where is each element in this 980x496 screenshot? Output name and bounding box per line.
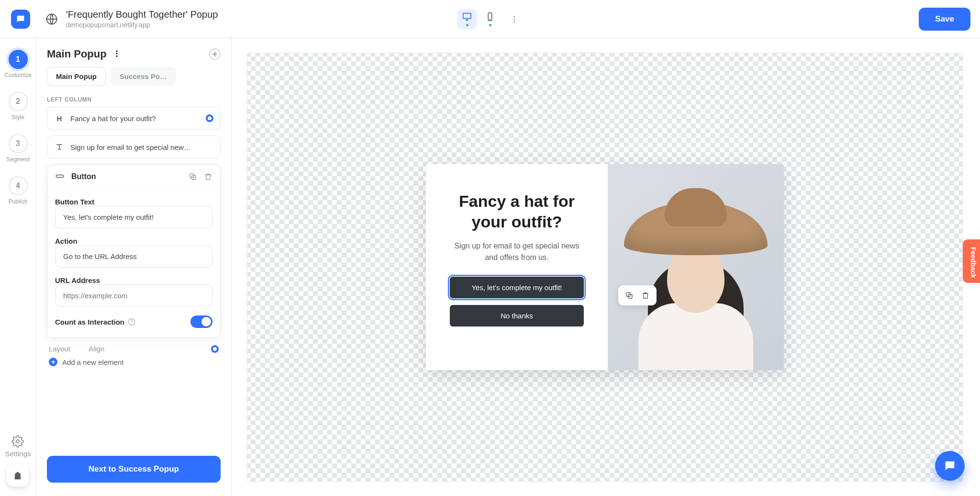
rail-step-publish[interactable]: 4 Publish (9, 176, 28, 205)
add-popup-button[interactable]: + (209, 48, 221, 60)
chat-icon (943, 459, 957, 473)
rail-step-label: Publish (9, 198, 27, 205)
trash-icon[interactable] (204, 172, 212, 181)
rail-step-label: Customize (4, 72, 32, 79)
rail-settings-label: Settings (5, 450, 31, 458)
device-more-button[interactable] (506, 11, 523, 28)
rail-settings[interactable]: Settings (5, 435, 31, 458)
bag-button[interactable] (7, 464, 29, 486)
button-text-input[interactable] (55, 206, 212, 228)
app-logo-wrap (6, 10, 35, 29)
gear-icon (11, 435, 24, 448)
device-mobile-button[interactable] (480, 9, 500, 29)
field-action: Action (55, 237, 212, 268)
plus-icon: + (49, 358, 57, 366)
page-title-block: 'Frequently Bought Together' Popup demop… (45, 9, 218, 29)
selected-indicator-icon (206, 114, 213, 122)
svg-point-5 (514, 18, 515, 20)
popup-cta-primary[interactable]: Yes, let's complete my outfit! (450, 277, 584, 298)
text-icon (54, 142, 65, 152)
count-interaction-toggle[interactable] (190, 316, 212, 328)
popup-image (608, 164, 784, 370)
panel-title: Main Popup (47, 48, 107, 60)
section-tab-layout[interactable]: Layout (49, 345, 70, 353)
help-icon[interactable] (127, 317, 136, 326)
toolbar-copy-button[interactable] (623, 289, 635, 302)
panel-more-button[interactable] (112, 49, 121, 59)
card-title: Button (71, 172, 183, 181)
photo-illustration (629, 188, 763, 370)
action-label: Action (55, 237, 212, 245)
popup-headline: Fancy a hat for your outfit? (450, 191, 584, 232)
save-button[interactable]: Save (919, 8, 970, 31)
canvas-area: × Fancy a hat for your outfit? Sign up f… (232, 38, 980, 496)
shopping-bag-icon (12, 470, 23, 481)
field-url: URL Address (55, 276, 212, 307)
toolbar-delete-button[interactable] (639, 289, 652, 302)
selected-indicator-icon (211, 345, 219, 353)
svg-point-7 (16, 440, 20, 443)
canvas[interactable]: × Fancy a hat for your outfit? Sign up f… (247, 53, 963, 482)
button-element-card: Button Button Text Action (47, 164, 221, 338)
action-select[interactable] (55, 245, 212, 268)
copy-icon (625, 291, 634, 300)
element-row-text: Fancy a hat for your outfit? (70, 114, 200, 123)
edit-panel: Main Popup + Main Popup Success Po… LEFT… (36, 38, 232, 496)
card-actions (189, 172, 212, 181)
chat-bubble-icon (15, 14, 26, 24)
page-subtitle: demopopupsmart.netlify.app (66, 21, 218, 29)
element-row-text-value: Sign up for email to get special new… (70, 143, 213, 151)
feedback-tab[interactable]: Feedback (963, 239, 980, 283)
rail-step-segment[interactable]: 3 Segment (6, 134, 29, 163)
card-header[interactable]: Button (47, 165, 220, 189)
url-input[interactable] (55, 284, 212, 307)
app-logo[interactable] (11, 10, 30, 29)
device-desktop-button[interactable] (457, 9, 477, 29)
button-icon (55, 171, 66, 182)
rail-step-num: 2 (9, 92, 28, 111)
rail-step-style[interactable]: 2 Style (9, 92, 28, 121)
next-step-button[interactable]: Next to Success Popup (47, 456, 221, 483)
heading-icon: H (54, 113, 65, 124)
status-dot-icon (489, 24, 491, 26)
element-row-heading[interactable]: H Fancy a hat for your outfit? (47, 107, 221, 130)
page-title: 'Frequently Bought Together' Popup (66, 9, 218, 20)
more-vertical-icon (510, 15, 519, 23)
copy-icon[interactable] (189, 172, 197, 181)
tab-main-popup[interactable]: Main Popup (47, 67, 106, 86)
add-element-label: Add a new element (62, 358, 123, 366)
chat-launcher[interactable] (935, 451, 965, 481)
card-body: Button Text Action URL Address (47, 189, 220, 338)
trash-icon (641, 291, 650, 300)
popup-left-column: Fancy a hat for your outfit? Sign up for… (426, 164, 608, 370)
desktop-icon (462, 11, 472, 22)
popup-tabs: Main Popup Success Po… (47, 67, 221, 86)
globe-icon (45, 12, 58, 26)
popup-body-text: Sign up for email to get special news an… (450, 240, 584, 263)
left-rail: 1 Customize 2 Style 3 Segment 4 Publish … (0, 38, 36, 496)
action-select-wrap (55, 245, 212, 268)
rail-bottom: Settings (5, 435, 31, 486)
element-row-text[interactable]: Sign up for email to get special new… (47, 135, 221, 158)
add-element-button[interactable]: + Add a new element (47, 355, 221, 377)
column-label: LEFT COLUMN (47, 96, 221, 103)
tab-success-popup[interactable]: Success Po… (111, 67, 176, 86)
panel-header: Main Popup + (47, 48, 221, 60)
svg-point-6 (514, 21, 515, 22)
svg-rect-1 (463, 13, 471, 19)
status-dot-icon (466, 24, 468, 26)
svg-rect-11 (56, 175, 64, 178)
rail-step-label: Segment (6, 156, 29, 163)
rail-step-num: 3 (9, 134, 28, 153)
panel-scroll[interactable]: Main Popup + Main Popup Success Po… LEFT… (36, 38, 231, 456)
field-count-interaction: Count as Interaction (55, 316, 212, 328)
section-tabs: Layout Align (47, 345, 221, 355)
popup-cta-secondary[interactable]: No thanks (450, 305, 584, 327)
body: 1 Customize 2 Style 3 Segment 4 Publish … (0, 38, 980, 496)
svg-point-3 (490, 19, 490, 20)
more-vertical-icon (112, 49, 121, 58)
popup-preview[interactable]: × Fancy a hat for your outfit? Sign up f… (426, 164, 784, 370)
rail-step-customize[interactable]: 1 Customize (4, 50, 32, 79)
section-tab-align[interactable]: Align (89, 345, 104, 353)
count-label: Count as Interaction (55, 318, 124, 326)
